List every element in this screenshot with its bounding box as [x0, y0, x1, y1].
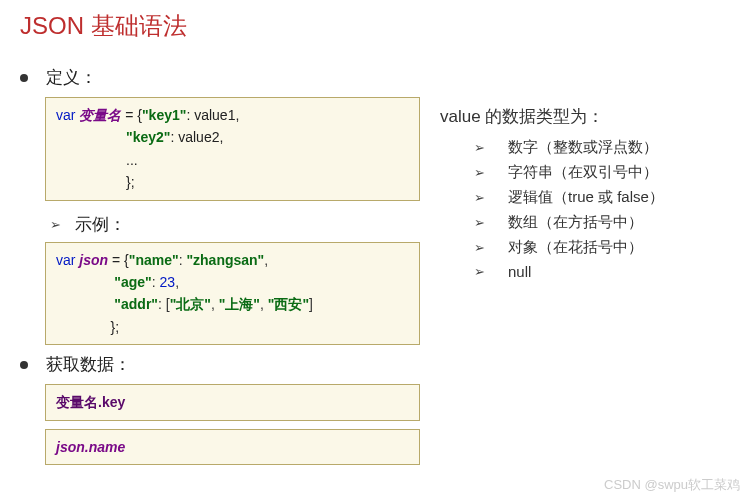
arrow-icon: ➢ [474, 240, 494, 255]
page-title: JSON 基础语法 [20, 10, 732, 42]
variable-name: 变量名 [79, 107, 121, 123]
getdata-heading: 获取数据： [20, 353, 420, 376]
list-item: ➢数字（整数或浮点数） [474, 138, 732, 157]
example-codebox: var json = {"name": "zhangsan", "age": 2… [45, 242, 420, 346]
arrow-icon: ➢ [474, 190, 494, 205]
var-keyword: var [56, 107, 75, 123]
example-heading: ➢ 示例： [50, 213, 420, 236]
access-codebox-2: json.name [45, 429, 420, 465]
arrow-icon: ➢ [50, 217, 61, 232]
list-item: ➢null [474, 263, 732, 280]
right-column: value 的数据类型为： ➢数字（整数或浮点数） ➢字符串（在双引号中） ➢逻… [440, 60, 732, 473]
left-column: 定义： var 变量名 = {"key1": value1, "key2": v… [20, 60, 420, 473]
json-ident: json [79, 252, 108, 268]
example-label: 示例： [75, 213, 126, 236]
arrow-icon: ➢ [474, 264, 494, 279]
list-item: ➢对象（在花括号中） [474, 238, 732, 257]
value-types-title: value 的数据类型为： [440, 105, 732, 128]
var-keyword: var [56, 252, 75, 268]
arrow-icon: ➢ [474, 165, 494, 180]
list-item: ➢逻辑值（true 或 false） [474, 188, 732, 207]
definition-codebox: var 变量名 = {"key1": value1, "key2": value… [45, 97, 420, 201]
list-item: ➢数组（在方括号中） [474, 213, 732, 232]
bullet-icon [20, 74, 28, 82]
list-item: ➢字符串（在双引号中） [474, 163, 732, 182]
arrow-icon: ➢ [474, 215, 494, 230]
getdata-label: 获取数据： [46, 353, 131, 376]
definition-label: 定义： [46, 66, 97, 89]
arrow-icon: ➢ [474, 140, 494, 155]
definition-heading: 定义： [20, 66, 420, 89]
access-codebox-1: 变量名.key [45, 384, 420, 420]
value-types-list: ➢数字（整数或浮点数） ➢字符串（在双引号中） ➢逻辑值（true 或 fals… [440, 138, 732, 280]
watermark: CSDN @swpu软工菜鸡 [604, 476, 740, 483]
bullet-icon [20, 361, 28, 369]
